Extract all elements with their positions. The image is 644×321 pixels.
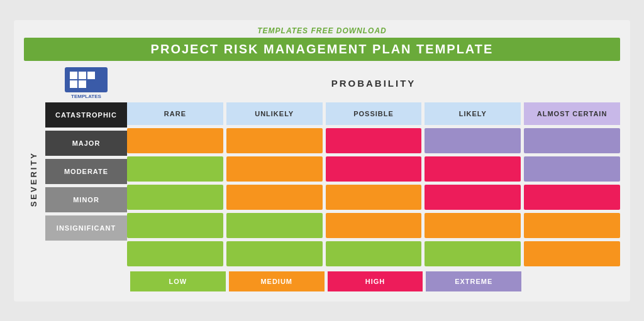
cell-ac-moderate xyxy=(524,185,620,210)
svg-rect-2 xyxy=(79,72,86,79)
legend-medium: MEDIUM xyxy=(229,271,325,291)
cell-rare-moderate xyxy=(127,185,223,210)
cell-rare-insignificant xyxy=(127,241,223,266)
cell-unlikely-insignificant xyxy=(226,241,323,266)
cells-possible xyxy=(326,128,422,266)
cell-unlikely-minor xyxy=(226,213,323,238)
col-header-almost-certain: ALMOST CERTAIN xyxy=(524,102,620,125)
legend-high: HIGH xyxy=(328,271,423,291)
legend-low: LOW xyxy=(130,271,226,291)
cell-possible-insignificant xyxy=(326,241,422,266)
legend-empty xyxy=(525,271,620,291)
row-label-major: MAJOR xyxy=(45,131,127,156)
logo-and-grid: TEMPLATES PROBABILITY CATASTROPHIC MAJOR… xyxy=(45,67,620,291)
top-label: TEMPLATES FREE DOWNLOAD xyxy=(24,26,620,35)
main-title: PROJECT RISK MANAGEMENT PLAN TEMPLATE xyxy=(151,42,494,56)
row-label-insignificant: INSIGNIFICANT xyxy=(45,215,127,241)
logo-icon: TEMPLATES xyxy=(65,67,108,100)
cell-unlikely-catastrophic xyxy=(226,128,323,153)
svg-text:TEMPLATES: TEMPLATES xyxy=(71,94,102,99)
col-possible: POSSIBLE xyxy=(326,102,422,266)
cells-likely xyxy=(425,128,521,266)
cell-possible-minor xyxy=(326,213,422,238)
cell-unlikely-moderate xyxy=(226,185,323,210)
cells-unlikely xyxy=(226,128,323,266)
cell-ac-minor xyxy=(524,213,620,238)
svg-rect-3 xyxy=(87,72,95,79)
logo-box: TEMPLATES xyxy=(45,67,127,100)
cell-likely-major xyxy=(425,156,521,182)
legend-extreme: EXTREME xyxy=(426,271,521,291)
logo-prob-row: TEMPLATES PROBABILITY xyxy=(45,67,620,100)
cell-likely-moderate xyxy=(425,185,521,210)
cell-ac-catastrophic xyxy=(524,128,620,153)
cell-ac-insignificant xyxy=(524,241,620,266)
cell-unlikely-major xyxy=(226,156,323,182)
svg-rect-1 xyxy=(70,72,77,79)
col-unlikely: UNLIKELY xyxy=(226,102,323,266)
cell-rare-catastrophic xyxy=(127,128,223,153)
cell-possible-catastrophic xyxy=(326,128,422,153)
cell-possible-major xyxy=(326,156,422,182)
cell-rare-minor xyxy=(127,213,223,238)
col-header-unlikely: UNLIKELY xyxy=(226,102,323,125)
col-header-possible: POSSIBLE xyxy=(326,102,422,125)
row-labels-col: CATASTROPHIC MAJOR MODERATE MINOR INSIGN… xyxy=(45,102,127,266)
cell-likely-insignificant xyxy=(425,241,521,266)
col-almost-certain: ALMOST CERTAIN xyxy=(524,102,620,266)
content-area: SEVERITY xyxy=(24,67,620,291)
severity-label-col: SEVERITY xyxy=(24,67,43,291)
cell-likely-catastrophic xyxy=(425,128,521,153)
col-header-likely: LIKELY xyxy=(425,102,521,125)
svg-rect-4 xyxy=(70,80,77,88)
severity-label: SEVERITY xyxy=(29,151,38,207)
cell-ac-major xyxy=(524,156,620,182)
main-title-bar: PROJECT RISK MANAGEMENT PLAN TEMPLATE xyxy=(24,38,620,61)
legend-row: LOW MEDIUM HIGH EXTREME xyxy=(130,271,620,291)
cell-rare-major xyxy=(127,156,223,182)
col-rare: RARE xyxy=(127,102,223,266)
col-likely: LIKELY xyxy=(425,102,521,266)
row-label-moderate: MODERATE xyxy=(45,159,127,184)
row-label-catastrophic: CATASTROPHIC xyxy=(45,102,127,128)
main-container: TEMPLATES FREE DOWNLOAD PROJECT RISK MAN… xyxy=(14,20,630,302)
grid-cols: RARE UNLIKELY xyxy=(127,102,620,266)
grid-section: CATASTROPHIC MAJOR MODERATE MINOR INSIGN… xyxy=(45,102,620,266)
cells-almost-certain xyxy=(524,128,620,266)
svg-rect-0 xyxy=(65,67,108,92)
cells-rare xyxy=(127,128,223,266)
cell-likely-minor xyxy=(425,213,521,238)
svg-rect-5 xyxy=(79,80,86,88)
row-label-minor: MINOR xyxy=(45,187,127,212)
col-header-rare: RARE xyxy=(127,102,223,125)
cell-possible-moderate xyxy=(326,185,422,210)
probability-label: PROBABILITY xyxy=(127,78,620,89)
